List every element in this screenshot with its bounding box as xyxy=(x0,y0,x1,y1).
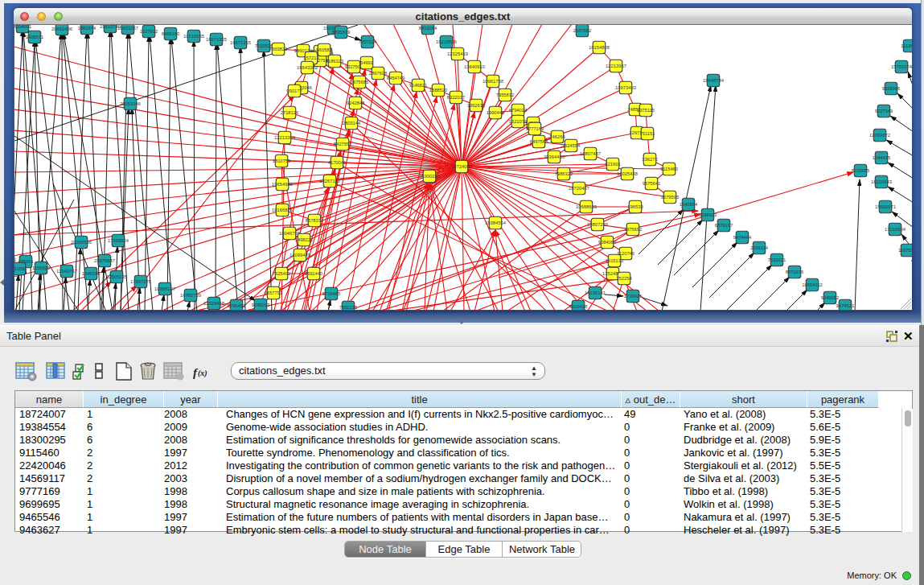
svg-text:1975692: 1975692 xyxy=(624,227,643,232)
svg-text:16648784: 16648784 xyxy=(703,78,725,83)
svg-text:8454749: 8454749 xyxy=(387,76,405,80)
svg-text:10046798: 10046798 xyxy=(279,231,300,236)
svg-text:12093872: 12093872 xyxy=(869,133,890,138)
svg-text:20206536: 20206536 xyxy=(71,240,92,245)
svg-text:252254: 252254 xyxy=(616,276,632,281)
svg-text:10961758: 10961758 xyxy=(483,79,503,84)
svg-text:12942757: 12942757 xyxy=(56,269,77,274)
svg-text:(x): (x) xyxy=(198,369,207,378)
svg-text:1545191: 1545191 xyxy=(82,271,101,276)
svg-text:16671355: 16671355 xyxy=(206,37,227,42)
svg-text:10958107: 10958107 xyxy=(154,286,175,291)
svg-text:9245013: 9245013 xyxy=(252,303,270,307)
svg-text:19166825: 19166825 xyxy=(272,208,293,212)
svg-text:15751074: 15751074 xyxy=(891,64,912,69)
svg-text:6794024: 6794024 xyxy=(509,108,528,113)
svg-text:2687682: 2687682 xyxy=(573,28,592,33)
svg-text:6310428: 6310428 xyxy=(569,304,588,309)
svg-text:8471676: 8471676 xyxy=(786,270,804,274)
svg-text:19218506: 19218506 xyxy=(436,39,457,44)
svg-text:1640954: 1640954 xyxy=(680,202,698,207)
svg-text:1244415: 1244415 xyxy=(873,155,891,160)
svg-text:9474521: 9474521 xyxy=(836,303,855,308)
svg-text:9115460: 9115460 xyxy=(660,167,678,171)
svg-text:6497568: 6497568 xyxy=(530,139,548,144)
svg-text:8304091: 8304091 xyxy=(14,25,31,29)
svg-text:1156829: 1156829 xyxy=(32,266,50,270)
svg-text:10973493: 10973493 xyxy=(615,85,636,90)
svg-text:19654985: 19654985 xyxy=(272,182,293,187)
svg-text:15692971: 15692971 xyxy=(875,204,896,209)
svg-text:1362615: 1362615 xyxy=(467,103,486,108)
svg-text:12213369: 12213369 xyxy=(274,135,295,140)
svg-text:14136141: 14136141 xyxy=(585,290,606,295)
svg-text:25300283: 25300283 xyxy=(419,174,440,179)
svg-text:2867608: 2867608 xyxy=(369,71,388,76)
svg-text:746266: 746266 xyxy=(549,134,565,139)
svg-text:2803144: 2803144 xyxy=(343,121,361,126)
svg-text:751151: 751151 xyxy=(640,131,655,136)
svg-text:1588520: 1588520 xyxy=(429,88,448,93)
svg-text:9227349: 9227349 xyxy=(875,109,893,113)
svg-text:960583: 960583 xyxy=(316,47,331,52)
svg-text:7986322: 7986322 xyxy=(555,171,573,176)
svg-text:7663822: 7663822 xyxy=(269,47,288,51)
svg-text:17016504: 17016504 xyxy=(885,227,906,232)
svg-text:10688609: 10688609 xyxy=(576,204,597,209)
svg-text:391591: 391591 xyxy=(14,266,27,271)
svg-text:17359924: 17359924 xyxy=(108,238,129,243)
svg-text:8835809: 8835809 xyxy=(332,30,351,35)
svg-text:20364436: 20364436 xyxy=(544,154,565,159)
svg-text:18724007: 18724007 xyxy=(451,164,472,169)
svg-text:3675685: 3675685 xyxy=(351,80,369,84)
svg-text:18807249: 18807249 xyxy=(587,222,608,227)
svg-text:8215955: 8215955 xyxy=(852,168,870,173)
svg-text:1810755: 1810755 xyxy=(273,159,291,163)
svg-text:16782759: 16782759 xyxy=(180,293,201,298)
svg-text:9242848: 9242848 xyxy=(347,101,365,105)
svg-text:7632621: 7632621 xyxy=(768,257,786,262)
svg-text:8186323: 8186323 xyxy=(326,59,344,64)
svg-text:10654112: 10654112 xyxy=(802,282,822,287)
svg-text:7502125: 7502125 xyxy=(339,305,358,310)
svg-text:9657791: 9657791 xyxy=(265,290,283,295)
svg-text:20053346: 20053346 xyxy=(120,101,141,106)
svg-text:3624554: 3624554 xyxy=(562,143,581,148)
svg-text:6466160: 6466160 xyxy=(162,31,180,36)
svg-text:9474444: 9474444 xyxy=(733,235,752,240)
svg-text:621601: 621601 xyxy=(605,162,620,167)
svg-text:9575641: 9575641 xyxy=(643,181,661,186)
svg-text:10807487: 10807487 xyxy=(580,151,601,156)
svg-text:6879197: 6879197 xyxy=(715,223,733,228)
svg-text:8813054: 8813054 xyxy=(419,26,437,31)
svg-text:9245652: 9245652 xyxy=(821,295,840,300)
svg-text:8796452: 8796452 xyxy=(228,303,246,308)
svg-text:1405571: 1405571 xyxy=(26,35,44,39)
svg-text:19384554: 19384554 xyxy=(485,220,507,225)
svg-text:1621072: 1621072 xyxy=(509,119,528,124)
svg-text:14099489: 14099489 xyxy=(290,253,310,257)
svg-text:1112843: 1112843 xyxy=(901,43,912,48)
svg-text:1691440: 1691440 xyxy=(305,271,323,276)
svg-text:16543382: 16543382 xyxy=(297,65,318,70)
svg-text:9146821: 9146821 xyxy=(409,83,428,88)
svg-text:9329966: 9329966 xyxy=(882,86,901,91)
svg-text:990177: 990177 xyxy=(286,89,302,93)
svg-text:13267110: 13267110 xyxy=(319,179,339,183)
svg-text:13640910: 13640910 xyxy=(464,64,485,69)
svg-text:7625402: 7625402 xyxy=(273,271,291,276)
svg-text:196539: 196539 xyxy=(627,204,643,209)
svg-text:16210643: 16210643 xyxy=(871,179,892,184)
svg-text:1990448: 1990448 xyxy=(487,110,505,115)
svg-text:1527602: 1527602 xyxy=(140,29,158,34)
svg-text:1881974: 1881974 xyxy=(78,26,97,31)
svg-text:8322037: 8322037 xyxy=(447,95,466,100)
svg-text:4170041: 4170041 xyxy=(328,160,347,165)
svg-text:7357224: 7357224 xyxy=(359,39,377,44)
svg-text:12923448: 12923448 xyxy=(203,301,224,306)
svg-text:18720407: 18720407 xyxy=(569,186,589,191)
svg-text:1375115: 1375115 xyxy=(637,108,655,113)
svg-text:5716485: 5716485 xyxy=(322,291,341,296)
svg-text:157213: 157213 xyxy=(303,56,318,60)
svg-text:10653267: 10653267 xyxy=(117,26,138,31)
